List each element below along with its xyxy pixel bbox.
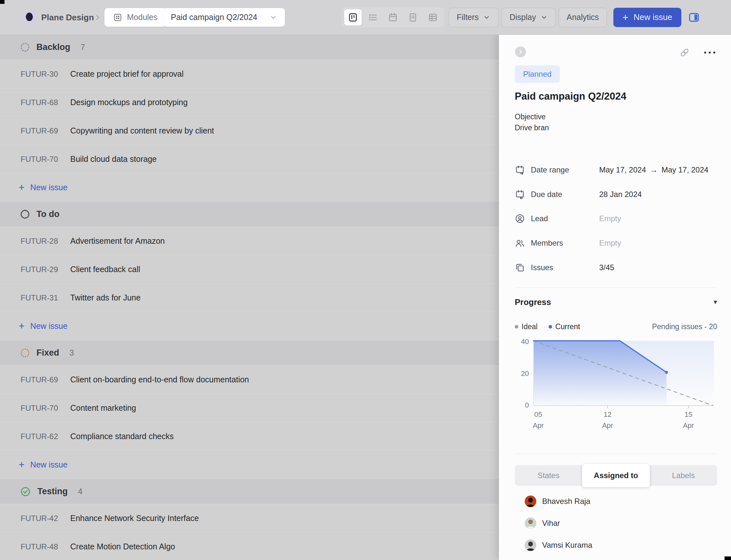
module-selector-dropdown[interactable]: Paid campaign Q2/2024 xyxy=(163,8,285,27)
table-view-icon[interactable] xyxy=(424,9,441,25)
tab-assigned-to[interactable]: Assigned to xyxy=(582,464,649,487)
date-range-start: May 17, 2024 xyxy=(599,165,646,174)
date-range-end: May 17, 2024 xyxy=(661,165,708,174)
burndown-chart: 40 20 0 05 Apr 12 Apr 15 Apr xyxy=(515,334,717,434)
group-name: To do xyxy=(36,209,59,219)
group-name: Testing xyxy=(37,486,68,496)
issue-title: Enhance Network Security Interface xyxy=(70,514,199,523)
issue-id: FUTUR-70 xyxy=(21,155,70,164)
due-date-value[interactable]: 28 Jan 2024 xyxy=(599,190,642,199)
members-value[interactable]: Empty xyxy=(599,239,621,248)
tab-states[interactable]: States xyxy=(515,465,582,486)
panel-collapse-button[interactable] xyxy=(515,46,526,57)
list-view-icon[interactable] xyxy=(364,9,381,25)
panel-tabs: States Assigned to Labels xyxy=(515,465,717,486)
todo-state-icon xyxy=(21,210,29,219)
user-circle-icon xyxy=(515,213,525,224)
filters-button[interactable]: Filters xyxy=(449,8,498,27)
backlog-state-icon xyxy=(21,43,29,52)
chevron-down-icon xyxy=(483,14,490,21)
filters-button-label: Filters xyxy=(457,13,479,22)
y-tick-label: 20 xyxy=(521,369,529,378)
issues-count-value: 3/45 xyxy=(599,263,614,272)
issue-row[interactable]: FUTUR-70 Content marketing xyxy=(0,394,499,422)
assignee-row: Vamsi Kurama xyxy=(515,537,717,553)
issue-row[interactable]: FUTUR-42 Enhance Network Security Interf… xyxy=(0,504,499,532)
module-issues-list: Backlog 7 FUTUR-30 Create project brief … xyxy=(0,34,499,560)
issue-row[interactable]: FUTUR-68 Design mockups and prototyping xyxy=(0,88,499,116)
date-range-value[interactable]: May 17, 2024 → May 17, 2024 xyxy=(599,165,708,174)
group-header-testing: Testing 4 xyxy=(0,479,499,504)
issue-title: Create Motion Detection Algo xyxy=(70,542,175,551)
calendar-view-icon[interactable] xyxy=(384,9,401,25)
modules-button[interactable]: Modules xyxy=(104,8,166,27)
status-badge[interactable]: Planned xyxy=(515,65,560,83)
breadcrumb-workspace[interactable]: Plane Design xyxy=(41,12,94,22)
issue-row[interactable]: FUTUR-70 Build cloud data storage xyxy=(0,145,499,173)
avatar xyxy=(525,496,536,507)
calendar-due-icon xyxy=(515,189,525,200)
issue-id: FUTUR-69 xyxy=(21,375,70,384)
field-label: Due date xyxy=(531,190,599,199)
plus-icon: + xyxy=(19,182,25,192)
field-due-date: Due date 28 Jan 2024 xyxy=(515,182,717,207)
issue-id: FUTUR-29 xyxy=(21,265,70,274)
assignee-name: Bhavesh Raja xyxy=(542,497,590,506)
top-bar: Plane Design Modules Paid campaign Q2/20… xyxy=(0,0,731,35)
x-tick-label-month: Apr xyxy=(533,421,544,429)
screen-artifact xyxy=(0,0,5,4)
add-issue-button[interactable]: + New issue xyxy=(0,450,499,479)
issue-id: FUTUR-42 xyxy=(21,514,70,523)
y-tick-label: 40 xyxy=(521,338,529,346)
description-line: Drive bran xyxy=(515,122,549,133)
chevron-right-icon xyxy=(94,13,102,22)
issue-row[interactable]: FUTUR-69 Copywriting and content review … xyxy=(0,116,499,145)
current-legend-dot xyxy=(548,325,552,329)
issue-row[interactable]: FUTUR-69 Client on-boarding end-to-end f… xyxy=(0,365,499,394)
kanban-view-icon[interactable] xyxy=(344,9,362,25)
issue-row[interactable]: FUTUR-28 Advertisement for Amazon xyxy=(0,227,499,255)
issue-row[interactable]: FUTUR-31 Twitter ads for June xyxy=(0,283,499,312)
add-issue-button[interactable]: + New issue xyxy=(0,173,499,201)
module-selector-value: Paid campaign Q2/2024 xyxy=(171,13,257,22)
assignee-row: Bhavesh Raja xyxy=(515,494,717,509)
issue-title: Copywriting and content review by client xyxy=(70,126,214,135)
issue-row[interactable]: FUTUR-62 Compliance standard checks xyxy=(0,422,499,450)
display-button-label: Display xyxy=(509,13,536,22)
sidebar-panel-toggle-icon[interactable] xyxy=(688,11,700,24)
module-description[interactable]: Objective Drive bran xyxy=(515,111,549,133)
group-header-backlog: Backlog 7 xyxy=(0,34,499,60)
issue-title: Client feedback call xyxy=(70,265,140,274)
copy-link-icon[interactable] xyxy=(679,47,690,58)
issue-row[interactable]: FUTUR-30 Create project brief for approv… xyxy=(0,60,499,88)
group-name: Fixed xyxy=(36,348,59,358)
issue-id: FUTUR-70 xyxy=(21,404,70,413)
spreadsheet-view-icon[interactable] xyxy=(404,9,421,25)
more-options-icon[interactable] xyxy=(703,49,717,56)
field-label: Members xyxy=(531,239,599,248)
divider xyxy=(515,454,717,454)
x-tick-label-month: Apr xyxy=(683,421,694,429)
issue-id: FUTUR-48 xyxy=(21,542,70,551)
tab-labels[interactable]: Labels xyxy=(650,465,717,486)
issue-row[interactable]: FUTUR-48 Create Motion Detection Algo xyxy=(0,532,499,560)
chevron-down-icon xyxy=(540,14,548,21)
issue-row[interactable]: FUTUR-29 Client feedback call xyxy=(0,255,499,283)
field-members: Members Empty xyxy=(515,231,717,255)
progress-section-header[interactable]: Progress ▾ xyxy=(515,294,717,310)
lead-value[interactable]: Empty xyxy=(599,214,621,223)
x-tick-label-day: 05 xyxy=(534,410,542,418)
add-issue-button[interactable]: + New issue xyxy=(0,312,499,340)
new-issue-button[interactable]: + New issue xyxy=(613,8,681,27)
field-lead: Lead Empty xyxy=(515,206,717,231)
analytics-button[interactable]: Analytics xyxy=(558,8,607,27)
issue-title: Compliance standard checks xyxy=(70,432,174,441)
display-button[interactable]: Display xyxy=(501,8,556,27)
caret-down-icon[interactable]: ▾ xyxy=(714,298,717,306)
issue-title: Content marketing xyxy=(70,403,136,413)
assignee-name: Vamsi Kurama xyxy=(542,541,592,550)
plus-icon: + xyxy=(19,460,25,470)
layout-switcher xyxy=(342,7,444,27)
field-label: Lead xyxy=(531,214,599,223)
plus-icon: + xyxy=(19,321,25,331)
